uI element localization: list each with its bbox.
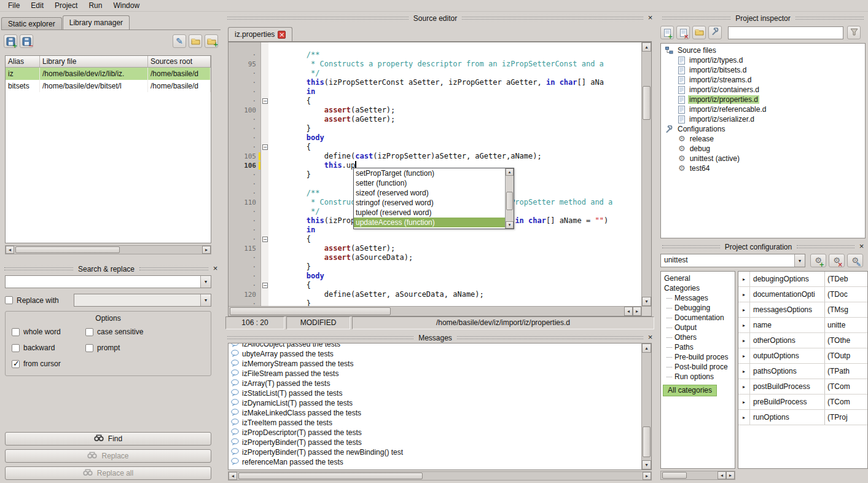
filter-button[interactable] — [847, 26, 861, 39]
tree-root-configurations[interactable]: Configurations — [661, 124, 865, 134]
scrollbar-thumb[interactable] — [230, 307, 391, 315]
message-item[interactable]: izFileStream passed the tests — [229, 369, 641, 379]
fold-marker-icon[interactable]: − — [262, 283, 268, 288]
completion-item[interactable]: tupleof (reserved word) — [354, 208, 505, 218]
search-option[interactable]: prompt — [85, 344, 207, 352]
tab-library-manager[interactable]: Library manager — [63, 15, 130, 29]
property-row[interactable]: ▸runOptions(TProj — [738, 410, 867, 425]
property-expander-icon[interactable]: ▸ — [738, 348, 750, 363]
category-item[interactable]: Paths — [661, 342, 735, 352]
tree-item-configuration[interactable]: ⚙unittest (active) — [661, 154, 865, 163]
library-column-header[interactable]: Sources root — [148, 56, 211, 67]
library-column-header[interactable]: Alias — [6, 56, 40, 67]
add-configuration-button[interactable]: ⚙+ — [810, 254, 826, 267]
message-item[interactable]: izMakeLinkedClass passed the tests — [229, 408, 641, 418]
search-option[interactable]: case sensitive — [85, 328, 207, 336]
property-row[interactable]: ▸messagesOptions(TMsg — [738, 302, 867, 318]
message-item[interactable]: izPropDescriptor(T) passed the tests — [229, 428, 641, 438]
checkbox-from-cursor[interactable] — [12, 360, 20, 368]
edit-configuration-button[interactable]: ⚙✎ — [847, 254, 863, 267]
scroll-left-button[interactable]: ◂ — [229, 472, 237, 480]
search-option[interactable]: backward — [12, 344, 85, 352]
scrollbar-thumb[interactable] — [15, 246, 120, 253]
property-row[interactable]: ▸debugingOptions(TDeb — [738, 272, 867, 287]
message-item[interactable]: izStaticList(T) passed the tests — [229, 388, 641, 398]
scroll-right-button[interactable]: ▸ — [726, 471, 735, 479]
category-item[interactable]: Categories — [661, 283, 735, 293]
checkbox-whole-word[interactable] — [12, 328, 20, 336]
editor-horizontal-scrollbar[interactable]: ◂ ▸ — [229, 306, 651, 316]
scroll-left-button[interactable]: ◂ — [717, 471, 726, 479]
scroll-left-button[interactable]: ◂ — [624, 307, 633, 316]
close-configuration-button[interactable]: × — [858, 243, 866, 251]
category-item[interactable]: Run options — [661, 372, 735, 382]
property-row[interactable]: ▸postBuildProcess(TCom — [738, 379, 867, 395]
tree-item-configuration[interactable]: ⚙test64 — [661, 163, 865, 173]
tree-item-configuration[interactable]: ⚙debug — [661, 144, 865, 154]
tree-item-file[interactable]: import/iz/bitsets.d — [661, 65, 865, 75]
scroll-down-button[interactable]: ▾ — [642, 297, 651, 306]
property-row[interactable]: ▸otherOptions(TOthe — [738, 333, 867, 348]
messages-horizontal-scrollbar[interactable]: ◂ ▸ — [228, 471, 652, 481]
remove-configuration-button[interactable]: ⚙× — [829, 254, 845, 267]
property-expander-icon[interactable]: ▸ — [738, 333, 750, 348]
message-item[interactable]: izAllocObject passed the tests — [229, 344, 641, 349]
tools-button[interactable] — [708, 26, 722, 39]
replace-term-input[interactable] — [74, 294, 200, 306]
menu-run[interactable]: Run — [83, 0, 108, 12]
scrollbar-thumb[interactable] — [662, 472, 687, 479]
tree-item-file[interactable]: import/iz/containers.d — [661, 85, 865, 95]
scroll-right-button[interactable]: ▸ — [643, 472, 651, 480]
completion-item[interactable]: stringof (reserved word) — [354, 198, 505, 208]
tree-item-file[interactable]: import/iz/streams.d — [661, 75, 865, 85]
completion-item[interactable]: updateAccess (function) — [354, 218, 505, 227]
scroll-up-button[interactable]: ▴ — [642, 344, 651, 353]
all-categories-button[interactable]: All categories — [663, 385, 717, 396]
fold-marker-icon[interactable]: − — [262, 144, 268, 150]
tab-static-explorer[interactable]: Static explorer — [1, 17, 62, 29]
property-row[interactable]: ▸outputOptions(TOutp — [738, 348, 867, 364]
checkbox-case-sensitive[interactable] — [85, 328, 93, 336]
inspector-filter-input[interactable] — [728, 26, 843, 39]
tree-item-file[interactable]: import/iz/properties.d — [661, 95, 865, 104]
scrollbar-thumb[interactable] — [506, 192, 513, 210]
completion-item[interactable]: setter (function) — [354, 178, 505, 188]
scroll-up-button[interactable]: ▴ — [642, 42, 651, 52]
tree-item-file[interactable]: import/iz/referencable.d — [661, 104, 865, 114]
category-item[interactable]: Post-build proce — [661, 362, 735, 372]
message-item[interactable]: izMemoryStream passed the tests — [229, 359, 641, 369]
property-expander-icon[interactable]: ▸ — [738, 410, 750, 425]
dropdown-arrow-icon[interactable]: ▾ — [200, 294, 211, 306]
remove-source-button[interactable]: × — [676, 26, 690, 39]
property-expander-icon[interactable]: ▸ — [738, 272, 750, 286]
menu-edit[interactable]: Edit — [25, 0, 49, 12]
add-source-button[interactable]: + — [660, 26, 674, 39]
property-expander-icon[interactable]: ▸ — [738, 302, 750, 317]
category-item[interactable]: Others — [661, 332, 735, 342]
tree-item-configuration[interactable]: ⚙release — [661, 134, 865, 144]
property-expander-icon[interactable]: ▸ — [738, 287, 750, 302]
checkbox-backward[interactable] — [12, 344, 20, 352]
scroll-up-button[interactable]: ▴ — [506, 168, 514, 176]
categories-horizontal-scrollbar[interactable]: ◂ ▸ — [660, 471, 735, 480]
fold-marker-icon[interactable]: − — [262, 98, 268, 104]
category-item[interactable]: Documentation — [661, 313, 735, 323]
scroll-right-button[interactable]: ▸ — [202, 246, 211, 254]
scrollbar-thumb[interactable] — [643, 426, 651, 457]
menu-file[interactable]: File — [2, 0, 25, 12]
property-row[interactable]: ▸pathsOptions(TPath — [738, 364, 867, 379]
tab-iz-properties[interactable]: iz.properties × — [228, 27, 292, 41]
library-row[interactable]: bitsets/home/basile/dev/bitset/l/home/ba… — [6, 80, 211, 92]
search-term-input[interactable] — [6, 276, 200, 288]
library-row[interactable]: iz/home/basile/dev/iz/lib/iz./home/basil… — [6, 68, 211, 80]
editor-vertical-scrollbar[interactable]: ▴ ▾ — [641, 42, 651, 306]
tree-item-file[interactable]: import/iz/serializer.d — [661, 114, 865, 124]
dropdown-arrow-icon[interactable]: ▾ — [794, 254, 805, 267]
search-option[interactable]: whole word — [12, 328, 85, 336]
checkbox-prompt[interactable] — [85, 344, 93, 352]
category-item[interactable]: Output — [661, 323, 735, 332]
message-item[interactable]: referenceMan passed the tests — [229, 457, 641, 467]
scroll-right-button[interactable]: ▸ — [633, 307, 641, 316]
close-messages-button[interactable]: × — [646, 334, 654, 342]
library-column-header[interactable]: Library file — [40, 56, 148, 67]
